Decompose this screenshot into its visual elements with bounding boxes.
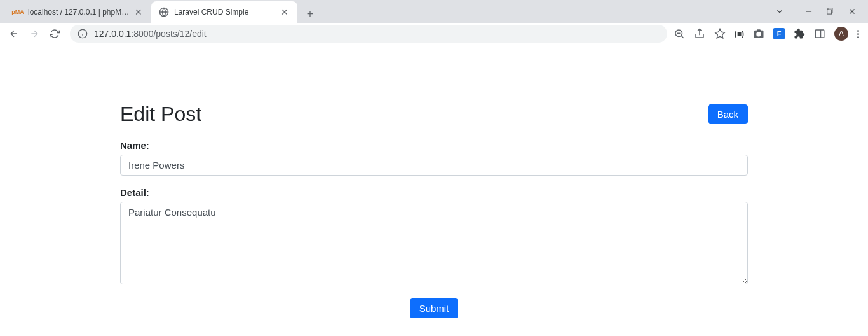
zoom-icon[interactable] <box>674 28 685 39</box>
url-host: 127.0.0.1 <box>94 29 131 39</box>
address-bar[interactable]: 127.0.0.1:8000/posts/12/edit <box>70 25 667 43</box>
toolbar-right: (■) F A <box>674 27 863 41</box>
extension-brackets-icon[interactable]: (■) <box>735 29 744 38</box>
tab-title: localhost / 127.0.0.1 | phpMyAdm <box>28 8 131 17</box>
tab-strip: pMA localhost / 127.0.0.1 | phpMyAdm ✕ L… <box>0 0 868 23</box>
close-tab-icon[interactable]: ✕ <box>280 7 290 17</box>
url-path: :8000/posts/12/edit <box>131 29 206 39</box>
extension-f-icon[interactable]: F <box>773 28 785 39</box>
bookmark-star-icon[interactable] <box>714 28 726 39</box>
new-tab-button[interactable]: + <box>301 5 319 23</box>
side-panel-icon[interactable] <box>814 28 825 39</box>
name-input[interactable] <box>120 155 748 176</box>
tab-search-icon[interactable] <box>775 7 784 16</box>
detail-label: Detail: <box>120 187 748 198</box>
maximize-icon[interactable] <box>826 7 835 16</box>
tab-title: Laravel CRUD Simple <box>174 8 277 17</box>
forward-button[interactable] <box>25 25 43 43</box>
tab-phpmyadmin[interactable]: pMA localhost / 127.0.0.1 | phpMyAdm ✕ <box>5 1 151 23</box>
form-group-detail: Detail: Pariatur Consequatu <box>120 187 748 287</box>
svg-rect-5 <box>815 30 824 38</box>
globe-favicon-icon <box>159 7 169 17</box>
browser-toolbar: 127.0.0.1:8000/posts/12/edit (■) F <box>0 23 868 45</box>
tab-laravel-crud[interactable]: Laravel CRUD Simple ✕ <box>151 1 297 23</box>
form-group-name: Name: <box>120 140 748 176</box>
window-controls <box>775 0 868 23</box>
back-button[interactable] <box>5 25 23 43</box>
page-content: Edit Post Back Name: Detail: Pariatur Co… <box>110 45 758 336</box>
page-title: Edit Post <box>120 102 201 126</box>
extensions-puzzle-icon[interactable] <box>794 28 805 39</box>
submit-button[interactable]: Submit <box>410 298 459 318</box>
minimize-icon[interactable] <box>804 7 813 16</box>
phpmyadmin-favicon-icon: pMA <box>13 7 23 17</box>
site-info-icon[interactable] <box>78 29 88 39</box>
profile-avatar[interactable]: A <box>834 27 848 41</box>
name-label: Name: <box>120 140 748 151</box>
page-header: Edit Post Back <box>120 102 748 126</box>
svg-rect-2 <box>827 10 832 14</box>
share-icon[interactable] <box>694 28 705 39</box>
back-link-button[interactable]: Back <box>708 104 748 124</box>
detail-textarea[interactable]: Pariatur Consequatu <box>120 202 748 284</box>
browser-menu-icon[interactable] <box>857 30 859 38</box>
browser-chrome: pMA localhost / 127.0.0.1 | phpMyAdm ✕ L… <box>0 0 868 45</box>
close-tab-icon[interactable]: ✕ <box>133 7 144 17</box>
reload-button[interactable] <box>46 25 64 43</box>
form-actions: Submit <box>120 298 748 318</box>
close-window-icon[interactable] <box>848 7 857 16</box>
camera-extension-icon[interactable] <box>753 28 764 39</box>
